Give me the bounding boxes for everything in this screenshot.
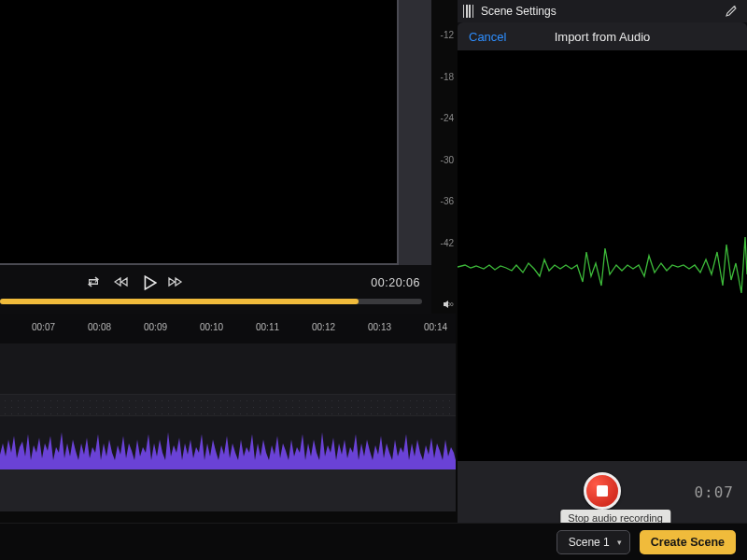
speaker-icon[interactable] [443,297,454,308]
db-tick: -24 [441,113,454,123]
stop-icon [597,485,608,497]
fast-forward-icon[interactable] [168,274,183,289]
scene-selector[interactable]: Scene 1 ▾ [557,530,630,554]
cancel-button[interactable]: Cancel [469,30,506,44]
timeline-ruler[interactable]: 00:0700:0800:0900:1000:1100:1200:1300:14 [0,314,456,343]
ruler-mark: 00:11 [256,322,279,332]
db-tick: -18 [441,72,454,82]
video-viewport [0,0,431,265]
scene-selector-label: Scene 1 [569,536,610,549]
live-waveform [458,228,747,312]
track-area [0,343,456,511]
loop-icon[interactable] [86,274,101,289]
dotted-pattern [0,395,456,415]
import-header: Cancel Import from Audio [458,22,747,50]
ruler-mark: 00:14 [424,322,447,332]
ruler-mark: 00:07 [32,322,55,332]
create-scene-label: Create Scene [651,536,725,549]
progress-bar[interactable] [0,299,431,304]
db-tick: -12 [441,30,454,40]
right-panel: Scene Settings Cancel Import from Audio … [458,0,747,523]
scene-settings-bar: Scene Settings [458,0,747,22]
db-tick: -30 [441,155,454,165]
rewind-icon[interactable] [114,274,129,289]
stop-record-button[interactable] [584,472,621,510]
drag-handle-icon[interactable] [463,5,473,18]
track-gap [0,470,456,511]
audio-waveform [0,415,456,469]
edit-icon[interactable] [725,5,738,18]
chevron-down-icon: ▾ [617,538,622,547]
video-canvas[interactable] [0,0,399,265]
ruler-mark: 00:10 [200,322,223,332]
live-waveform-area [458,50,747,461]
ruler-mark: 00:13 [368,322,391,332]
create-scene-button[interactable]: Create Scene [640,530,736,554]
play-icon[interactable] [142,275,155,288]
db-tick: -42 [441,238,454,248]
timecode-display: 00:20:06 [371,276,420,289]
progress-fill [0,299,359,304]
ruler-mark: 00:12 [312,322,335,332]
import-audio-sheet: Cancel Import from Audio 0:07 Stop audio… [458,22,747,523]
ruler-mark: 00:08 [88,322,111,332]
transport-bar: 00:20:06 [0,265,431,314]
ruler-mark: 00:09 [144,322,167,332]
app-root: 00:20:06 -12-18-24-30-36-42-∞ 00:0700:08… [0,0,747,560]
db-tick: -36 [441,196,454,206]
record-footer: 0:07 Stop audio recording [458,461,747,523]
timeline[interactable]: 00:0700:0800:0900:1000:1100:1200:1300:14 [0,314,456,511]
scene-settings-title: Scene Settings [481,5,557,18]
track-row-audio[interactable] [0,416,456,470]
record-timer: 0:07 [694,483,734,501]
footer-bar: Scene 1 ▾ Create Scene [0,523,747,560]
db-scale: -12-18-24-30-36-42-∞ [435,0,456,308]
track-row-1[interactable] [0,394,456,416]
